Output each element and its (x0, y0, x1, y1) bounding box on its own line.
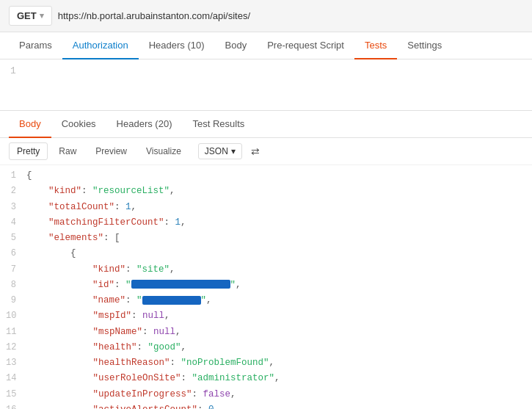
ln-15: 15 (6, 387, 26, 402)
ln-9: 9 (6, 293, 26, 308)
ln-3: 3 (6, 200, 26, 214)
json-content: 1 { 2 "kind": "resourceList", 3 "totalCo… (0, 165, 532, 409)
url-bar: GET ▾ (0, 0, 532, 32)
method-selector[interactable]: GET ▾ (9, 6, 52, 26)
request-tabs: Params Authorization Headers (10) Body P… (0, 32, 532, 59)
ln-11: 11 (6, 325, 26, 339)
json-line-7: 7 "kind": "site", (0, 262, 532, 278)
json-line-1: 1 { (0, 168, 532, 184)
json-chevron-icon: ▾ (231, 146, 236, 156)
json-line-4: 4 "matchingFilterCount": 1, (0, 215, 532, 231)
ln-8: 8 (6, 278, 26, 292)
tab-headers[interactable]: Headers (10) (139, 32, 215, 59)
ln-7: 7 (6, 262, 26, 277)
ln-12: 12 (6, 340, 26, 355)
method-label: GET (17, 10, 37, 21)
fmt-raw[interactable]: Raw (51, 142, 84, 160)
ln-1: 1 (6, 168, 26, 183)
fmt-pretty[interactable]: Pretty (9, 142, 48, 160)
json-line-14: 14 "userRoleOnSite": "administrator", (0, 371, 532, 386)
tab-body[interactable]: Body (215, 32, 258, 59)
json-line-3: 3 "totalCount": 1, (0, 200, 532, 215)
redacted-name (142, 296, 201, 305)
ln-4: 4 (6, 215, 26, 230)
ln-16: 16 (6, 402, 26, 409)
script-line-num: 1 (10, 65, 25, 76)
wrap-icon[interactable]: ⇄ (251, 145, 260, 157)
url-input[interactable] (58, 10, 523, 21)
json-line-9: 9 "name": " ", (0, 293, 532, 308)
tab-tests[interactable]: Tests (354, 32, 397, 59)
ln-13: 13 (6, 355, 26, 370)
json-line-10: 10 "mspId": null, (0, 308, 532, 324)
json-line-15: 15 "updateInProgress": false, (0, 387, 532, 402)
fmt-visualize[interactable]: Visualize (138, 142, 189, 160)
response-section: Body Cookies Headers (20) Test Results P… (0, 111, 532, 409)
format-bar: Pretty Raw Preview Visualize JSON ▾ ⇄ (0, 138, 532, 165)
json-line-6: 6 { (0, 246, 532, 261)
json-line-13: 13 "healthReason": "noProblemFound", (0, 355, 532, 371)
tab-test-results[interactable]: Test Results (182, 111, 255, 138)
tab-params[interactable]: Params (9, 32, 62, 59)
json-format-selector[interactable]: JSON ▾ (198, 143, 242, 159)
json-format-label: JSON (205, 146, 228, 156)
ln-6: 6 (6, 246, 26, 261)
json-line-16: 16 "activeAlertsCount": 0, (0, 402, 532, 409)
tab-authorization[interactable]: Authorization (62, 32, 139, 59)
tab-body-response[interactable]: Body (9, 111, 51, 138)
json-line-5: 5 "elements": [ (0, 231, 532, 246)
redacted-id (131, 280, 230, 289)
response-tabs: Body Cookies Headers (20) Test Results (0, 111, 532, 138)
ln-14: 14 (6, 371, 26, 386)
fmt-preview[interactable]: Preview (87, 142, 135, 160)
ln-2: 2 (6, 184, 26, 198)
json-line-8: 8 "id": " ", (0, 278, 532, 293)
tab-settings[interactable]: Settings (397, 32, 452, 59)
tab-prerequest[interactable]: Pre-request Script (257, 32, 354, 59)
script-area: 1 (0, 59, 532, 111)
ln-5: 5 (6, 231, 26, 245)
ln-10: 10 (6, 308, 26, 323)
json-line-11: 11 "mspName": null, (0, 325, 532, 340)
tab-cookies[interactable]: Cookies (51, 111, 106, 138)
json-line-12: 12 "health": "good", (0, 340, 532, 355)
tab-response-headers[interactable]: Headers (20) (106, 111, 183, 138)
method-chevron-icon: ▾ (40, 11, 44, 21)
json-line-2: 2 "kind": "resourceList", (0, 184, 532, 199)
